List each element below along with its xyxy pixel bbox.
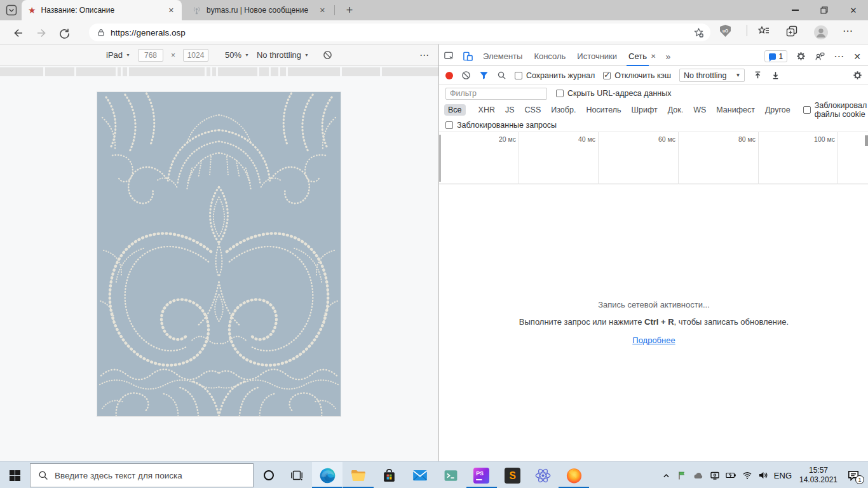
taskbar-search-box[interactable] [30,463,254,487]
more-tabs-icon[interactable]: » [661,51,674,62]
filter-input[interactable] [445,88,547,100]
start-button[interactable] [0,462,30,488]
network-timeline-overview[interactable]: 20 мс 40 мс 60 мс 80 мс 100 мс [439,132,868,184]
taskbar-clock[interactable]: 15:57 14.03.2021 [797,466,839,485]
add-favorite-icon[interactable] [693,27,704,38]
preserve-log-checkbox[interactable]: Сохранить журнал [515,71,595,80]
onedrive-cloud-icon[interactable] [693,471,704,480]
filter-chip-other[interactable]: Другое [761,104,794,116]
devtools-tab-network[interactable]: Сеть✕ [623,47,661,66]
action-center-button[interactable]: 1 [845,467,862,484]
taskbar-app-firefox[interactable] [559,462,589,488]
clear-icon[interactable] [461,71,471,80]
inspect-element-icon[interactable] [439,51,458,62]
taskbar-app-react-devtools[interactable] [528,462,559,488]
learn-more-link[interactable]: Подробнее [632,336,675,345]
zoom-select[interactable]: 50%▼ [225,50,249,60]
ublock-extension-button[interactable]: uO [720,25,731,37]
collections-button[interactable] [785,25,798,37]
feedback-icon[interactable] [815,51,825,61]
network-throttling-select[interactable]: No throttling ▼ [679,69,745,82]
tab-close-icon[interactable]: ✕ [651,53,656,60]
devtools-menu-icon[interactable]: ⋯ [834,50,844,62]
window-close-button[interactable]: ✕ [839,0,868,20]
taskbar-app-mail[interactable] [405,462,435,488]
window-restore-button[interactable] [810,0,839,20]
filter-chip-font[interactable]: Шрифт [628,104,661,116]
browser-tab-inactive[interactable]: bymas.ru | Новое сообщение ✕ [186,0,333,20]
cast-display-icon[interactable] [710,470,720,480]
taskbar-app-phpstorm[interactable]: PS [466,462,497,488]
devtools-tab-sources[interactable]: Источники [571,47,623,66]
taskbar-app-terminal[interactable] [435,462,466,488]
filter-chip-media[interactable]: Носитель [582,104,625,116]
network-settings-gear-icon[interactable] [853,71,862,80]
volume-icon[interactable] [758,471,768,480]
wifi-icon[interactable] [742,471,752,480]
no-block-icon[interactable] [323,50,332,60]
browser-menu-button[interactable]: ⋯ [843,25,853,37]
tab-close-icon[interactable]: ✕ [167,6,175,15]
devtools-tab-elements[interactable]: Элементы [477,47,528,66]
device-select[interactable]: iPad▼ [106,50,130,60]
filter-chip-js[interactable]: JS [501,104,519,116]
export-har-icon[interactable] [771,71,780,80]
browser-tab-active[interactable]: ★ Название: Описание ✕ [22,0,182,20]
hide-data-urls-checkbox[interactable]: Скрыть URL-адреса данных [556,89,671,98]
checkbox-unchecked[interactable] [803,106,811,114]
devtools-tab-console[interactable]: Консоль [528,47,571,66]
checkbox-unchecked[interactable] [556,90,564,97]
favorites-button[interactable] [757,25,770,37]
checkbox-unchecked[interactable] [445,121,453,129]
settings-gear-icon[interactable] [796,51,806,61]
language-indicator[interactable]: ENG [774,471,792,480]
back-button[interactable] [10,25,27,41]
forward-button[interactable] [33,25,50,41]
checkbox-unchecked[interactable] [515,72,522,79]
search-input[interactable] [55,471,245,480]
filter-chip-manifest[interactable]: Манифест [712,104,759,116]
disable-cache-checkbox[interactable]: Отключить кэш [603,71,671,80]
media-query-bar[interactable] [0,67,438,76]
search-icon[interactable] [497,71,506,80]
filter-chip-ws[interactable]: WS [689,104,710,116]
viewport-height-input[interactable] [183,49,208,62]
issues-counter[interactable]: 1 [764,50,788,62]
network-empty-state: Запись сетевой активности... Выполните з… [439,184,868,461]
tab-actions-menu-icon[interactable] [6,4,17,16]
blocked-cookies-checkbox[interactable]: Заблокировал файлы cookie [803,101,867,119]
system-tray: ENG 15:57 14.03.2021 1 [661,462,868,488]
filter-chip-css[interactable]: CSS [521,104,545,116]
filter-chip-xhr[interactable]: XHR [475,104,499,116]
window-minimize-button[interactable] [780,0,810,20]
filter-chip-img[interactable]: Изобр. [547,104,580,116]
filter-chip-doc[interactable]: Док. [664,104,688,116]
taskbar-app-store[interactable] [374,462,404,488]
new-tab-button[interactable]: + [342,3,357,18]
throttling-select[interactable]: No throttling▼ [257,50,309,60]
devtools-close-icon[interactable]: ✕ [853,51,861,62]
tab-close-icon[interactable]: ✕ [318,6,327,15]
taskbar-app-explorer[interactable] [343,462,374,488]
tray-expand-chevron-icon[interactable] [661,471,671,480]
cortana-button[interactable] [255,462,283,488]
checkbox-checked[interactable] [603,72,611,79]
viewport-width-input[interactable] [138,49,163,62]
record-button[interactable] [445,72,453,79]
filter-funnel-icon[interactable] [479,71,489,80]
url-text[interactable]: https://generals.osp [111,28,688,37]
device-toolbar-menu[interactable]: ⋯ [419,50,430,61]
filter-chip-all[interactable]: Все [444,104,466,116]
taskbar-app-edge[interactable] [312,462,342,488]
flag-icon[interactable] [677,470,687,480]
import-har-icon[interactable] [753,71,763,80]
task-view-button[interactable] [283,462,311,488]
profile-button[interactable] [813,25,829,40]
device-toolbar-toggle-icon[interactable] [458,51,477,62]
battery-icon[interactable] [726,471,736,479]
scrollbar-thumb[interactable] [865,135,868,146]
refresh-button[interactable] [56,25,72,41]
blocked-requests-checkbox[interactable]: Заблокированные запросы [445,121,557,130]
address-bar[interactable]: https://generals.osp [89,24,710,41]
taskbar-app-sublime[interactable]: S [497,462,527,488]
